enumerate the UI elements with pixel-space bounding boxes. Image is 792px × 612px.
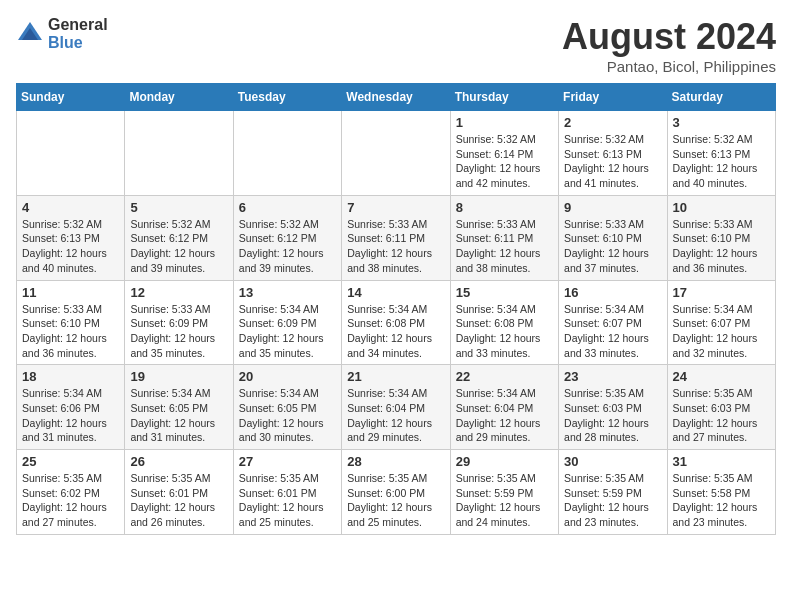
calendar-cell: 8Sunrise: 5:33 AM Sunset: 6:11 PM Daylig…	[450, 195, 558, 280]
calendar-cell: 19Sunrise: 5:34 AM Sunset: 6:05 PM Dayli…	[125, 365, 233, 450]
day-number: 29	[456, 454, 553, 469]
day-number: 13	[239, 285, 336, 300]
calendar-cell: 5Sunrise: 5:32 AM Sunset: 6:12 PM Daylig…	[125, 195, 233, 280]
calendar-cell: 4Sunrise: 5:32 AM Sunset: 6:13 PM Daylig…	[17, 195, 125, 280]
day-number: 18	[22, 369, 119, 384]
day-header-wednesday: Wednesday	[342, 84, 450, 111]
day-number: 31	[673, 454, 770, 469]
calendar-cell: 2Sunrise: 5:32 AM Sunset: 6:13 PM Daylig…	[559, 111, 667, 196]
title-section: August 2024 Pantao, Bicol, Philippines	[562, 16, 776, 75]
day-number: 28	[347, 454, 444, 469]
calendar-cell: 31Sunrise: 5:35 AM Sunset: 5:58 PM Dayli…	[667, 450, 775, 535]
calendar-cell: 7Sunrise: 5:33 AM Sunset: 6:11 PM Daylig…	[342, 195, 450, 280]
calendar-cell: 3Sunrise: 5:32 AM Sunset: 6:13 PM Daylig…	[667, 111, 775, 196]
day-info: Sunrise: 5:35 AM Sunset: 6:02 PM Dayligh…	[22, 471, 119, 530]
day-number: 12	[130, 285, 227, 300]
day-info: Sunrise: 5:34 AM Sunset: 6:08 PM Dayligh…	[456, 302, 553, 361]
calendar-cell: 21Sunrise: 5:34 AM Sunset: 6:04 PM Dayli…	[342, 365, 450, 450]
day-number: 10	[673, 200, 770, 215]
day-info: Sunrise: 5:33 AM Sunset: 6:11 PM Dayligh…	[347, 217, 444, 276]
calendar-cell: 10Sunrise: 5:33 AM Sunset: 6:10 PM Dayli…	[667, 195, 775, 280]
calendar-cell: 23Sunrise: 5:35 AM Sunset: 6:03 PM Dayli…	[559, 365, 667, 450]
day-info: Sunrise: 5:32 AM Sunset: 6:14 PM Dayligh…	[456, 132, 553, 191]
calendar-cell: 29Sunrise: 5:35 AM Sunset: 5:59 PM Dayli…	[450, 450, 558, 535]
day-number: 11	[22, 285, 119, 300]
day-header-saturday: Saturday	[667, 84, 775, 111]
day-number: 21	[347, 369, 444, 384]
day-info: Sunrise: 5:33 AM Sunset: 6:10 PM Dayligh…	[564, 217, 661, 276]
calendar-cell: 25Sunrise: 5:35 AM Sunset: 6:02 PM Dayli…	[17, 450, 125, 535]
day-info: Sunrise: 5:35 AM Sunset: 5:59 PM Dayligh…	[564, 471, 661, 530]
day-number: 20	[239, 369, 336, 384]
calendar-cell: 27Sunrise: 5:35 AM Sunset: 6:01 PM Dayli…	[233, 450, 341, 535]
day-number: 27	[239, 454, 336, 469]
calendar-cell: 15Sunrise: 5:34 AM Sunset: 6:08 PM Dayli…	[450, 280, 558, 365]
calendar-cell: 26Sunrise: 5:35 AM Sunset: 6:01 PM Dayli…	[125, 450, 233, 535]
day-info: Sunrise: 5:35 AM Sunset: 6:01 PM Dayligh…	[239, 471, 336, 530]
day-header-friday: Friday	[559, 84, 667, 111]
day-info: Sunrise: 5:32 AM Sunset: 6:13 PM Dayligh…	[673, 132, 770, 191]
day-info: Sunrise: 5:34 AM Sunset: 6:04 PM Dayligh…	[456, 386, 553, 445]
calendar-cell: 22Sunrise: 5:34 AM Sunset: 6:04 PM Dayli…	[450, 365, 558, 450]
day-header-sunday: Sunday	[17, 84, 125, 111]
day-number: 4	[22, 200, 119, 215]
day-number: 8	[456, 200, 553, 215]
week-row-3: 11Sunrise: 5:33 AM Sunset: 6:10 PM Dayli…	[17, 280, 776, 365]
day-info: Sunrise: 5:35 AM Sunset: 6:03 PM Dayligh…	[564, 386, 661, 445]
week-row-4: 18Sunrise: 5:34 AM Sunset: 6:06 PM Dayli…	[17, 365, 776, 450]
calendar-table: SundayMondayTuesdayWednesdayThursdayFrid…	[16, 83, 776, 535]
day-number: 23	[564, 369, 661, 384]
week-row-1: 1Sunrise: 5:32 AM Sunset: 6:14 PM Daylig…	[17, 111, 776, 196]
day-number: 6	[239, 200, 336, 215]
calendar-cell: 13Sunrise: 5:34 AM Sunset: 6:09 PM Dayli…	[233, 280, 341, 365]
logo-text: General Blue	[48, 16, 108, 51]
day-info: Sunrise: 5:32 AM Sunset: 6:13 PM Dayligh…	[22, 217, 119, 276]
week-row-5: 25Sunrise: 5:35 AM Sunset: 6:02 PM Dayli…	[17, 450, 776, 535]
day-header-monday: Monday	[125, 84, 233, 111]
logo-general: General	[48, 16, 108, 34]
calendar-cell: 16Sunrise: 5:34 AM Sunset: 6:07 PM Dayli…	[559, 280, 667, 365]
day-info: Sunrise: 5:34 AM Sunset: 6:05 PM Dayligh…	[130, 386, 227, 445]
calendar-cell: 12Sunrise: 5:33 AM Sunset: 6:09 PM Dayli…	[125, 280, 233, 365]
days-header-row: SundayMondayTuesdayWednesdayThursdayFrid…	[17, 84, 776, 111]
calendar-cell: 11Sunrise: 5:33 AM Sunset: 6:10 PM Dayli…	[17, 280, 125, 365]
calendar-cell: 30Sunrise: 5:35 AM Sunset: 5:59 PM Dayli…	[559, 450, 667, 535]
logo: General Blue	[16, 16, 108, 51]
calendar-cell: 9Sunrise: 5:33 AM Sunset: 6:10 PM Daylig…	[559, 195, 667, 280]
day-info: Sunrise: 5:34 AM Sunset: 6:07 PM Dayligh…	[564, 302, 661, 361]
day-number: 16	[564, 285, 661, 300]
day-number: 9	[564, 200, 661, 215]
day-number: 22	[456, 369, 553, 384]
day-info: Sunrise: 5:34 AM Sunset: 6:08 PM Dayligh…	[347, 302, 444, 361]
calendar-cell: 20Sunrise: 5:34 AM Sunset: 6:05 PM Dayli…	[233, 365, 341, 450]
calendar-cell	[233, 111, 341, 196]
day-info: Sunrise: 5:35 AM Sunset: 6:03 PM Dayligh…	[673, 386, 770, 445]
calendar-cell: 6Sunrise: 5:32 AM Sunset: 6:12 PM Daylig…	[233, 195, 341, 280]
day-info: Sunrise: 5:32 AM Sunset: 6:12 PM Dayligh…	[239, 217, 336, 276]
day-info: Sunrise: 5:35 AM Sunset: 6:00 PM Dayligh…	[347, 471, 444, 530]
day-number: 14	[347, 285, 444, 300]
day-number: 19	[130, 369, 227, 384]
day-header-tuesday: Tuesday	[233, 84, 341, 111]
day-info: Sunrise: 5:35 AM Sunset: 5:58 PM Dayligh…	[673, 471, 770, 530]
logo-blue: Blue	[48, 34, 108, 52]
day-number: 7	[347, 200, 444, 215]
calendar-cell: 28Sunrise: 5:35 AM Sunset: 6:00 PM Dayli…	[342, 450, 450, 535]
day-info: Sunrise: 5:34 AM Sunset: 6:09 PM Dayligh…	[239, 302, 336, 361]
day-number: 2	[564, 115, 661, 130]
calendar-cell	[17, 111, 125, 196]
day-info: Sunrise: 5:34 AM Sunset: 6:06 PM Dayligh…	[22, 386, 119, 445]
calendar-cell: 24Sunrise: 5:35 AM Sunset: 6:03 PM Dayli…	[667, 365, 775, 450]
day-info: Sunrise: 5:32 AM Sunset: 6:13 PM Dayligh…	[564, 132, 661, 191]
day-info: Sunrise: 5:35 AM Sunset: 6:01 PM Dayligh…	[130, 471, 227, 530]
day-info: Sunrise: 5:33 AM Sunset: 6:09 PM Dayligh…	[130, 302, 227, 361]
page-header: General Blue August 2024 Pantao, Bicol, …	[16, 16, 776, 75]
day-number: 5	[130, 200, 227, 215]
calendar-cell: 18Sunrise: 5:34 AM Sunset: 6:06 PM Dayli…	[17, 365, 125, 450]
calendar-cell: 14Sunrise: 5:34 AM Sunset: 6:08 PM Dayli…	[342, 280, 450, 365]
day-number: 15	[456, 285, 553, 300]
day-number: 17	[673, 285, 770, 300]
day-number: 24	[673, 369, 770, 384]
day-number: 25	[22, 454, 119, 469]
day-info: Sunrise: 5:32 AM Sunset: 6:12 PM Dayligh…	[130, 217, 227, 276]
